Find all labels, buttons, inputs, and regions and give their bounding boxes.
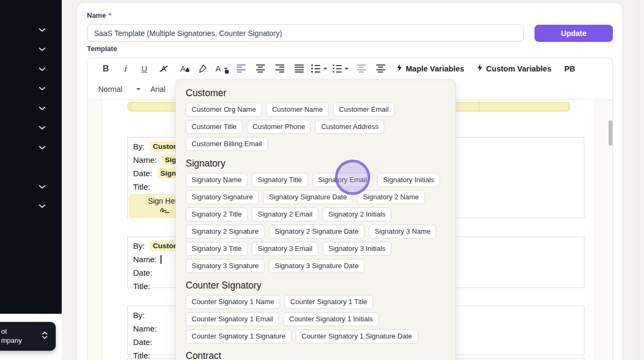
up-down-chevron-icon: [42, 331, 48, 342]
signature-field-label: Date:: [133, 337, 152, 347]
italic-icon[interactable]: i: [118, 62, 132, 76]
indent-icon[interactable]: [374, 62, 387, 76]
panel-section-title: Contract: [186, 350, 445, 360]
signature-field-label: Name:: [133, 255, 157, 264]
signature-field-label: Name:: [133, 155, 157, 164]
variable-chip[interactable]: Signatory 2 Email: [252, 207, 318, 221]
variable-chip[interactable]: Customer Email: [333, 103, 394, 117]
signature-field-label: Title:: [133, 182, 150, 191]
maple-variables-button[interactable]: Maple Variables: [397, 64, 464, 73]
left-sidebar: [0, 0, 62, 314]
panel-section-title: Customer: [186, 88, 445, 99]
maple-variables-panel: CustomerCustomer Org NameCustomer NameCu…: [175, 80, 456, 360]
chevron-down-icon[interactable]: [39, 142, 46, 152]
panel-section-title: Counter Signatory: [186, 280, 445, 291]
signature-field-label: Date:: [133, 169, 152, 178]
variable-chip[interactable]: Signatory 3 Name: [369, 225, 436, 239]
paragraph-format-select[interactable]: Normal: [98, 85, 141, 93]
clear-format-icon[interactable]: A: [157, 62, 171, 76]
template-field-label: Template: [87, 45, 117, 53]
signature-field-label: Title:: [133, 282, 150, 291]
outdent-icon[interactable]: [354, 62, 368, 76]
panel-chip-group: Counter Signatory 1 NameCounter Signator…: [186, 295, 445, 343]
variable-chip[interactable]: Counter Signatory 1 Title: [284, 295, 373, 309]
signature-field-label: Name:: [133, 324, 157, 333]
font-style-icon[interactable]: A: [215, 62, 229, 76]
maple-variables-button-label: Maple Variables: [406, 64, 464, 73]
org-switcher-label: ot mpany: [1, 327, 22, 345]
font-select[interactable]: Arial: [150, 85, 165, 93]
custom-variables-button[interactable]: Custom Variables: [477, 64, 552, 73]
panel-chip-group: Customer Org NameCustomer NameCustomer E…: [186, 103, 445, 151]
template-name-input[interactable]: SaaS Template (Multiple Signatories, Cou…: [87, 24, 524, 42]
variable-chip[interactable]: Signatory Title: [252, 173, 308, 187]
variable-chip[interactable]: Customer Phone: [247, 120, 311, 134]
text-color-icon[interactable]: A: [176, 62, 190, 76]
variable-chip[interactable]: Signatory Email: [312, 173, 373, 187]
variable-chip[interactable]: Signatory 2 Initials: [323, 207, 391, 221]
underline-icon[interactable]: U: [137, 62, 151, 76]
variable-chip[interactable]: Counter Signatory 1 Email: [186, 312, 279, 326]
variable-chip[interactable]: Counter Signatory 1 Signature Date: [296, 329, 418, 343]
justify-icon[interactable]: [292, 62, 306, 76]
align-left-icon[interactable]: [234, 62, 248, 76]
chevron-down-icon[interactable]: [39, 123, 46, 132]
signature-squiggle-icon: [159, 206, 171, 215]
signature-field-label: By:: [133, 311, 145, 320]
update-button[interactable]: Update: [535, 25, 613, 42]
pb-button[interactable]: PB: [565, 64, 575, 73]
signature-field-label: By:: [133, 241, 145, 250]
text-cursor: [160, 255, 162, 264]
editor-toolbar: BiUAAAMaple VariablesCustom VariablesPB: [87, 58, 612, 79]
chevron-down-icon[interactable]: [39, 64, 46, 74]
variable-chip[interactable]: Signatory 3 Signature Date: [269, 259, 364, 273]
chevron-down-icon: [136, 88, 141, 90]
lightning-bolt-icon: [477, 64, 483, 73]
chevron-down-icon[interactable]: [39, 25, 46, 34]
page-scroll-track: [638, 0, 639, 360]
bullet-list-icon[interactable]: [333, 62, 349, 76]
variable-chip[interactable]: Customer Billing Email: [186, 137, 268, 151]
variable-chip[interactable]: Customer Address: [315, 120, 384, 134]
variable-chip[interactable]: Counter Signatory 1 Signature: [186, 329, 291, 343]
variable-chip[interactable]: Signatory 3 Initials: [323, 242, 391, 256]
table-cell-divider: [479, 102, 479, 112]
variable-chip[interactable]: Customer Title: [186, 120, 243, 134]
align-right-icon[interactable]: [273, 62, 287, 76]
variable-chip[interactable]: Signatory 2 Signature Date: [269, 225, 364, 239]
variable-chip[interactable]: Customer Name: [266, 103, 329, 117]
chevron-down-icon[interactable]: [39, 44, 46, 54]
variable-chip[interactable]: Signatory 3 Email: [252, 242, 318, 256]
panel-chip-group: Signatory NameSignatory TitleSignatory E…: [186, 173, 445, 273]
align-center-icon[interactable]: [253, 62, 267, 76]
variable-chip[interactable]: Signatory 2 Title: [186, 207, 247, 221]
variable-chip[interactable]: Counter Signatory 1 Initials: [283, 312, 379, 326]
variable-chip[interactable]: Signatory Signature: [186, 190, 259, 204]
signature-field-label: By:: [133, 142, 145, 151]
variable-chip[interactable]: Signatory Initials: [377, 173, 440, 187]
variable-chip[interactable]: Signatory 3 Title: [186, 242, 247, 256]
variable-chip[interactable]: Signatory Name: [186, 173, 247, 187]
variable-chip[interactable]: Customer Org Name: [186, 103, 262, 117]
signature-field-label: Date:: [133, 268, 152, 277]
org-switcher[interactable]: ot mpany: [0, 322, 56, 351]
required-asterisk: *: [108, 11, 111, 19]
chevron-down-icon[interactable]: [39, 83, 46, 93]
app-root: { "colors":{"accent":"#7b57ea","sidebar_…: [0, 0, 644, 360]
variable-chip[interactable]: Signatory 2 Name: [357, 190, 425, 204]
highlight-icon[interactable]: [195, 62, 209, 76]
name-field-label: Name*: [87, 11, 111, 19]
variable-chip[interactable]: Signatory 3 Signature: [186, 259, 265, 273]
ordered-list-icon[interactable]: [311, 62, 327, 76]
editor-scrollbar-thumb[interactable]: [609, 120, 612, 146]
custom-variables-button-label: Custom Variables: [486, 64, 552, 73]
variable-chip[interactable]: Counter Signatory 1 Name: [186, 295, 280, 309]
variable-chip[interactable]: Signatory Signature Date: [263, 190, 353, 204]
lightning-bolt-icon: [397, 64, 402, 73]
chevron-down-icon[interactable]: [39, 201, 46, 211]
variable-chip[interactable]: Signatory 2 Signature: [186, 225, 265, 239]
chevron-down-icon[interactable]: [39, 103, 46, 113]
panel-section-title: Signatory: [186, 158, 445, 169]
chevron-down-icon[interactable]: [39, 182, 46, 191]
bold-icon[interactable]: B: [99, 62, 113, 76]
